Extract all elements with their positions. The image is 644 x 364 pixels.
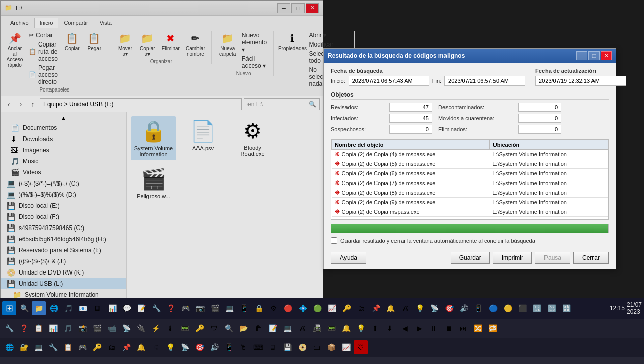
threat-name: ❋Copia (2) de Copia (9) de mspass.exe: [332, 198, 490, 207]
fin-value: 2023/07/21 06:57:50 AM: [444, 76, 525, 86]
fecha-busqueda-label: Fecha de búsqueda: [331, 68, 525, 74]
auto-close-checkbox[interactable]: [331, 237, 337, 244]
threat-location: L:\System Volume Information: [489, 188, 608, 198]
eliminados-label: Eliminados:: [438, 126, 512, 132]
checkbox-row: Guardar resultado y cerrar la ventana au…: [331, 237, 609, 244]
table-row[interactable]: ❋Copia (2) de Copia (9) de mspass.exe L:…: [332, 198, 608, 207]
cerrar-button[interactable]: Cerrar: [573, 252, 609, 264]
descontaminados-label: Descontaminados:: [438, 104, 512, 110]
fecha-actualizacion-label: Fecha de actualización: [535, 68, 626, 74]
descontaminados-value: 0: [518, 103, 561, 112]
movidos-value: 0: [518, 114, 561, 123]
threat-icon: ❋: [335, 189, 340, 196]
infectados-value: 45: [389, 114, 432, 123]
threat-name: ❋Copia (16) de mspass.exe: [332, 217, 490, 220]
threat-location: L:\System Volume Information: [489, 169, 608, 178]
threat-name: ❋Copia (2) de Copia (4) de mspass.exe: [332, 150, 490, 159]
inicio-value: 2023/07/21 06:57:43 AM: [349, 76, 429, 86]
revisados-value: 47: [389, 103, 432, 112]
pausa-button[interactable]: Pausa: [535, 252, 570, 264]
date-section: Fecha de búsqueda Inicio: 2023/07/21 06:…: [331, 68, 609, 86]
modal-body: Fecha de búsqueda Inicio: 2023/07/21 06:…: [324, 63, 616, 269]
threat-icon: ❋: [335, 160, 340, 167]
threat-icon: ❋: [335, 208, 340, 215]
threat-location: L:\System Volume Information: [489, 150, 608, 159]
movidos-label: Movidos a cuarentena:: [438, 115, 512, 121]
results-table: Nombre del objeto Ubicación ❋Copia (2) d…: [331, 140, 608, 220]
infectados-label: Infectados:: [331, 115, 383, 121]
threat-location: L:\System Volume Information: [489, 178, 608, 188]
table-row[interactable]: ❋Copia (2) de Copia (8) de mspass.exe L:…: [332, 188, 608, 198]
threat-name: ❋Copia (2) de Copia (5) de mspass.exe: [332, 159, 490, 169]
col-ubicacion: Ubicación: [489, 140, 608, 150]
ayuda-button[interactable]: Ayuda: [331, 252, 366, 264]
threat-icon: ❋: [335, 199, 340, 206]
imprimir-button[interactable]: Imprimir: [493, 252, 532, 264]
stats-section: Objetos Revisados: 47 Descontaminados: 0…: [331, 91, 609, 134]
modal-maximize-button[interactable]: □: [588, 51, 600, 60]
threat-location: L:\System Volume Information: [489, 198, 608, 207]
table-row[interactable]: ❋Copia (2) de Copia (4) de mspass.exe L:…: [332, 150, 608, 159]
table-row[interactable]: ❋Copia (2) de Copia (7) de mspass.exe L:…: [332, 178, 608, 188]
threat-name: ❋Copia (2) de Copia (7) de mspass.exe: [332, 178, 490, 188]
inicio-label: Inicio:: [331, 78, 345, 84]
threat-name: ❋Copia (2) de Copia mspass.exe: [332, 207, 490, 217]
modal-title-bar: Resultado de la búsqueda de códigos mali…: [324, 49, 616, 63]
table-row[interactable]: ❋Copia (2) de Copia mspass.exe L:\System…: [332, 207, 608, 217]
modal-minimize-button[interactable]: ─: [576, 51, 587, 60]
objetos-label: Objetos: [331, 91, 609, 100]
threat-icon: ❋: [335, 151, 340, 158]
threat-icon: ❋: [335, 179, 340, 187]
antivirus-modal: Resultado de la búsqueda de códigos mali…: [323, 48, 616, 269]
sospechosos-label: Sospechosos:: [331, 126, 383, 132]
eliminados-value: 0: [518, 125, 561, 134]
results-table-wrapper[interactable]: Nombre del objeto Ubicación ❋Copia (2) d…: [331, 139, 609, 220]
threat-location: L:\System Volume Information: [489, 207, 608, 217]
threat-name: ❋Copia (2) de Copia (6) de mspass.exe: [332, 169, 490, 178]
table-row[interactable]: ❋Copia (16) de mspass.exe L:\System Volu…: [332, 217, 608, 220]
progress-bar-fill: [331, 224, 608, 233]
guardar-button[interactable]: Guardar: [451, 252, 490, 264]
threat-icon: ❋: [335, 170, 340, 177]
sospechosos-value: 0: [389, 125, 432, 134]
checkbox-label: Guardar resultado y cerrar la ventana au…: [340, 238, 535, 244]
threat-name: ❋Copia (2) de Copia (8) de mspass.exe: [332, 188, 490, 198]
table-row[interactable]: ❋Copia (2) de Copia (6) de mspass.exe L:…: [332, 169, 608, 178]
modal-actions: Ayuda Guardar Imprimir Pausa Cerrar: [331, 249, 609, 264]
threat-location: L:\System Volume Information: [489, 217, 608, 220]
fin-label: Fin:: [432, 78, 441, 84]
modal-title: Resultado de la búsqueda de códigos mali…: [328, 52, 575, 59]
progress-bar-container: [331, 224, 609, 233]
threat-icon: ❋: [335, 218, 340, 220]
col-nombre: Nombre del objeto: [332, 140, 490, 150]
revisados-label: Revisados:: [331, 104, 383, 110]
fecha-actualizacion-value: 2023/07/19 12:32:13 AM: [535, 76, 626, 86]
threat-location: L:\System Volume Information: [489, 159, 608, 169]
modal-close-button[interactable]: ✕: [601, 51, 612, 60]
table-row[interactable]: ❋Copia (2) de Copia (5) de mspass.exe L:…: [332, 159, 608, 169]
